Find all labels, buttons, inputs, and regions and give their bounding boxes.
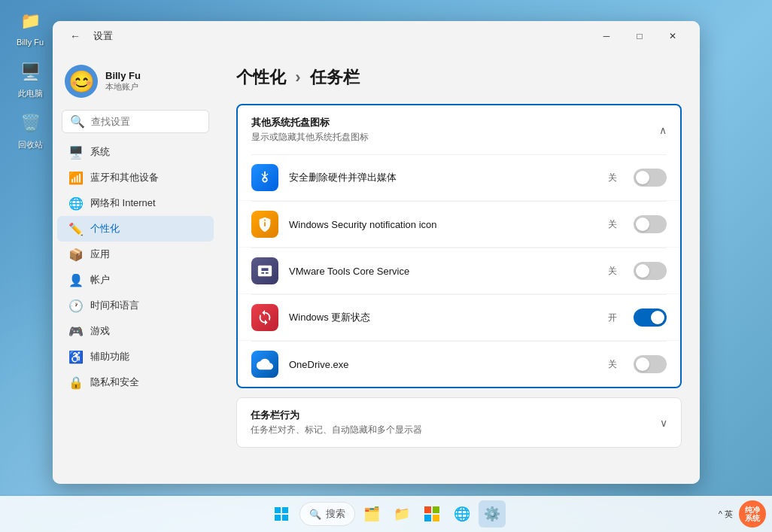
sidebar-item-apps-label: 应用 <box>90 248 110 261</box>
taskbar-behavior-card: 任务栏行为 任务栏对齐、标记、自动隐藏和多个显示器 ∨ <box>236 397 682 448</box>
desktop-icon-folder-label: Billy Fu <box>17 38 44 47</box>
nav-items: 🖥️ 系统 📶 蓝牙和其他设备 🌐 网络和 Internet ✏️ 个性化 <box>53 139 218 395</box>
desktop-icon-folder[interactable]: 📁 Billy Fu <box>8 8 53 47</box>
svg-rect-2 <box>275 515 281 521</box>
taskbar-edge[interactable]: 🌐 <box>448 500 476 527</box>
page-header: 个性化 › 任务栏 <box>236 66 682 89</box>
sidebar-item-bluetooth[interactable]: 📶 蓝牙和其他设备 <box>57 165 214 190</box>
close-button[interactable]: ✕ <box>658 26 688 47</box>
user-subtitle: 本地账户 <box>105 81 141 93</box>
window-controls: ─ □ ✕ <box>591 26 688 47</box>
taskbar: 🔍 搜索 🗂️ 📁 🌐 <box>0 496 772 532</box>
minimize-button[interactable]: ─ <box>591 26 622 47</box>
vmware-toggle[interactable] <box>634 262 667 280</box>
system-tray-title: 其他系统托盘图标 <box>251 116 369 129</box>
desktop-icon-computer[interactable]: 🖥️ 此电脑 <box>8 59 53 99</box>
apps-icon: 📦 <box>69 248 83 261</box>
sys-tray[interactable]: ^ 英 <box>719 509 733 520</box>
desktop-icon-recycle[interactable]: 🗑️ 回收站 <box>8 110 53 150</box>
back-button[interactable]: ← <box>65 26 86 47</box>
sidebar-item-personalization[interactable]: ✏️ 个性化 <box>57 216 214 242</box>
sidebar-item-time[interactable]: 🕐 时间和语言 <box>57 293 214 318</box>
vmware-icon <box>251 257 278 284</box>
setting-row-usb: 安全删除硬件并弹出媒体 关 <box>238 155 680 201</box>
taskbar-behavior-title: 任务栏行为 <box>251 409 422 422</box>
accessibility-icon: ♿ <box>69 350 83 363</box>
onedrive-status: 关 <box>608 358 617 371</box>
accounts-icon: 👤 <box>69 273 83 287</box>
privacy-icon: 🔒 <box>69 375 83 389</box>
sidebar-item-system-label: 系统 <box>90 145 110 159</box>
sidebar-item-gaming[interactable]: 🎮 游戏 <box>57 318 214 344</box>
computer-icon: 🖥️ <box>17 59 44 86</box>
taskbar-folder[interactable]: 📁 <box>388 500 415 527</box>
taskbar-search[interactable]: 🔍 搜索 <box>299 502 355 526</box>
user-info: Billy Fu 本地账户 <box>105 70 141 93</box>
update-toggle[interactable] <box>634 309 667 327</box>
file-explorer-icon: 🗂️ <box>363 506 380 522</box>
svg-rect-6 <box>424 515 431 521</box>
svg-rect-0 <box>275 507 281 513</box>
settings-icon: ⚙️ <box>484 506 500 522</box>
sidebar-item-privacy-label: 隐私和安全 <box>90 375 139 389</box>
setting-row-vmware: VMware Tools Core Service 关 <box>238 248 680 294</box>
title-bar: ← 设置 ─ □ ✕ <box>53 21 700 51</box>
sidebar-item-privacy[interactable]: 🔒 隐私和安全 <box>57 369 214 395</box>
taskbar-right: ^ 英 纯净系统 <box>719 500 766 527</box>
corner-logo-text: 纯净系统 <box>745 506 760 522</box>
update-label: Windows 更新状态 <box>289 311 597 324</box>
page-title: 个性化 › 任务栏 <box>236 66 682 89</box>
svg-rect-3 <box>282 515 288 521</box>
maximize-button[interactable]: □ <box>625 26 655 47</box>
breadcrumb-current: 任务栏 <box>310 68 360 87</box>
search-input[interactable] <box>91 116 217 127</box>
close-icon: ✕ <box>669 31 676 41</box>
taskbar-behavior-chevron: ∨ <box>660 417 667 429</box>
corner-logo[interactable]: 纯净系统 <box>739 500 766 527</box>
sidebar: 😊 Billy Fu 本地账户 🔍 🖥️ 系统 <box>53 51 218 484</box>
sidebar-item-network-label: 网络和 Internet <box>90 196 156 210</box>
setting-row-update: Windows 更新状态 开 <box>238 295 680 341</box>
network-icon: 🌐 <box>69 196 83 210</box>
vmware-slider <box>634 262 667 280</box>
system-tray-card-header[interactable]: 其他系统托盘图标 显示或隐藏其他系统托盘图标 ∧ <box>238 105 680 154</box>
onedrive-toggle[interactable] <box>634 355 667 373</box>
setting-row-security: Windows Security notification icon 关 <box>238 202 680 248</box>
window-title: 设置 <box>93 29 113 43</box>
maximize-icon: □ <box>637 31 642 41</box>
security-toggle[interactable] <box>634 215 667 233</box>
search-settings[interactable]: 🔍 <box>62 110 209 133</box>
usb-status: 关 <box>608 172 617 184</box>
usb-toggle[interactable] <box>634 169 667 187</box>
system-tray-chevron: ∧ <box>659 124 667 136</box>
settings-window: ← 设置 ─ □ ✕ <box>53 21 700 484</box>
user-profile[interactable]: 😊 Billy Fu 本地账户 <box>53 57 218 110</box>
sidebar-item-network[interactable]: 🌐 网络和 Internet <box>57 190 214 216</box>
vmware-label: VMware Tools Core Service <box>289 266 597 277</box>
back-icon: ← <box>70 30 81 42</box>
onedrive-slider <box>634 355 667 373</box>
avatar: 😊 <box>65 65 98 98</box>
taskbar-behavior-header[interactable]: 任务栏行为 任务栏对齐、标记、自动隐藏和多个显示器 ∨ <box>237 398 681 447</box>
sidebar-item-accessibility-label: 辅助功能 <box>90 350 129 363</box>
sidebar-item-apps[interactable]: 📦 应用 <box>57 242 214 267</box>
taskbar-settings[interactable]: ⚙️ <box>479 500 506 527</box>
sidebar-item-accessibility[interactable]: ♿ 辅助功能 <box>57 344 214 369</box>
onedrive-icon <box>251 351 278 378</box>
taskbar-store[interactable] <box>418 500 445 527</box>
sidebar-item-personalization-label: 个性化 <box>90 222 120 236</box>
sidebar-item-system[interactable]: 🖥️ 系统 <box>57 139 214 165</box>
sidebar-item-gaming-label: 游戏 <box>90 324 110 338</box>
settings-body: 😊 Billy Fu 本地账户 🔍 🖥️ 系统 <box>53 51 700 484</box>
time-icon: 🕐 <box>69 299 83 312</box>
recycle-icon: 🗑️ <box>17 110 44 137</box>
security-slider <box>634 215 667 233</box>
start-button[interactable] <box>266 499 296 529</box>
sidebar-item-accounts[interactable]: 👤 帐户 <box>57 267 214 293</box>
main-content: 个性化 › 任务栏 其他系统托盘图标 显示或隐藏其他系统托盘图标 ∧ <box>218 51 700 484</box>
desktop: 📁 Billy Fu 🖥️ 此电脑 🗑️ 回收站 ← 设置 ─ <box>0 0 772 532</box>
system-tray-card: 其他系统托盘图标 显示或隐藏其他系统托盘图标 ∧ 安全删除硬件 <box>236 104 682 388</box>
system-tray-subtitle: 显示或隐藏其他系统托盘图标 <box>251 131 369 144</box>
taskbar-file-explorer[interactable]: 🗂️ <box>358 500 385 527</box>
update-slider <box>634 309 667 327</box>
